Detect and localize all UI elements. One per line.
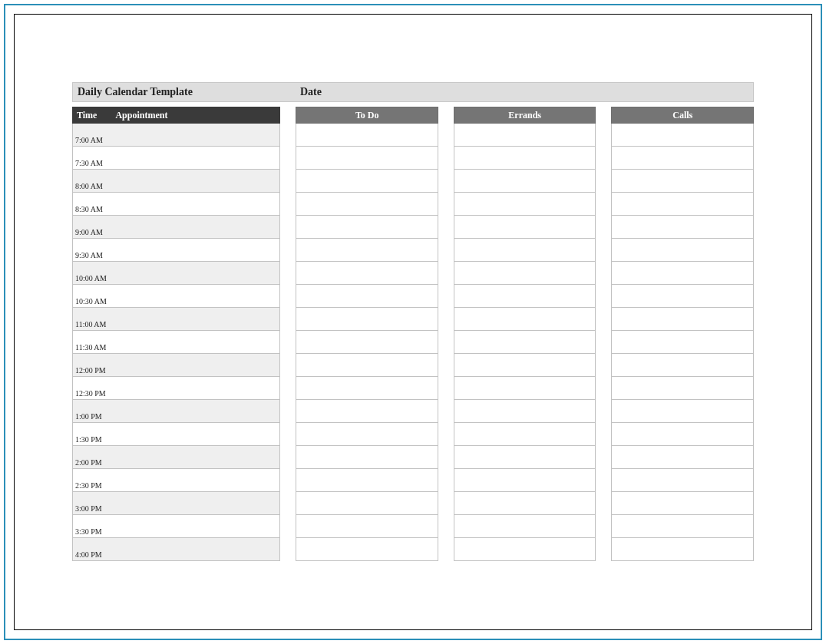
- list-item[interactable]: [296, 492, 438, 515]
- time-row[interactable]: 9:00 AM: [72, 216, 280, 239]
- list-item[interactable]: [611, 400, 754, 423]
- time-label: 12:30 PM: [75, 389, 106, 398]
- list-item[interactable]: [296, 308, 438, 331]
- list-item[interactable]: [296, 193, 438, 216]
- time-label: 2:30 PM: [75, 481, 102, 490]
- list-item[interactable]: [454, 515, 596, 538]
- time-row[interactable]: 1:00 PM: [72, 400, 280, 423]
- time-label: 8:00 AM: [75, 182, 103, 190]
- list-item[interactable]: [454, 193, 596, 216]
- list-item[interactable]: [454, 492, 596, 515]
- list-item[interactable]: [611, 423, 754, 446]
- time-row[interactable]: 4:00 PM: [72, 538, 280, 561]
- list-item[interactable]: [611, 492, 754, 515]
- list-item[interactable]: [296, 331, 438, 354]
- calls-header: Calls: [611, 107, 754, 124]
- list-item[interactable]: [454, 538, 596, 561]
- time-row[interactable]: 2:00 PM: [72, 446, 280, 469]
- list-item[interactable]: [454, 147, 596, 170]
- time-row[interactable]: 1:30 PM: [72, 423, 280, 446]
- time-row[interactable]: 10:00 AM: [72, 262, 280, 285]
- list-item[interactable]: [296, 446, 438, 469]
- list-item[interactable]: [611, 147, 754, 170]
- list-item[interactable]: [296, 124, 438, 147]
- list-item[interactable]: [611, 331, 754, 354]
- list-item[interactable]: [454, 423, 596, 446]
- time-row[interactable]: 2:30 PM: [72, 469, 280, 492]
- time-row[interactable]: 11:00 AM: [72, 308, 280, 331]
- calls-column: Calls: [611, 107, 754, 561]
- time-label: 12:00 PM: [75, 366, 106, 375]
- time-row[interactable]: 8:30 AM: [72, 193, 280, 216]
- list-item[interactable]: [611, 377, 754, 400]
- time-label: 9:00 AM: [75, 228, 103, 236]
- list-item[interactable]: [296, 377, 438, 400]
- todo-header: To Do: [296, 107, 438, 124]
- time-label: 7:00 AM: [75, 136, 103, 144]
- list-item[interactable]: [454, 239, 596, 262]
- time-row[interactable]: 10:30 AM: [72, 285, 280, 308]
- time-row[interactable]: 3:30 PM: [72, 515, 280, 538]
- list-item[interactable]: [611, 308, 754, 331]
- list-item[interactable]: [454, 331, 596, 354]
- list-item[interactable]: [611, 124, 754, 147]
- list-item[interactable]: [454, 469, 596, 492]
- list-item[interactable]: [296, 262, 438, 285]
- list-item[interactable]: [454, 400, 596, 423]
- list-item[interactable]: [454, 262, 596, 285]
- list-item[interactable]: [454, 124, 596, 147]
- list-item[interactable]: [611, 262, 754, 285]
- time-row[interactable]: 7:00 AM: [72, 124, 280, 147]
- time-label: 9:30 AM: [75, 251, 103, 259]
- list-item[interactable]: [296, 285, 438, 308]
- time-appointment-column: Time Appointment 7:00 AM7:30 AM8:00 AM8:…: [72, 107, 280, 561]
- list-item[interactable]: [296, 469, 438, 492]
- errands-header: Errands: [454, 107, 596, 124]
- list-item[interactable]: [454, 354, 596, 377]
- time-row[interactable]: 11:30 AM: [72, 331, 280, 354]
- list-item[interactable]: [611, 469, 754, 492]
- time-label: 1:00 PM: [75, 412, 102, 421]
- list-item[interactable]: [611, 515, 754, 538]
- time-row[interactable]: 12:00 PM: [72, 354, 280, 377]
- list-item[interactable]: [296, 423, 438, 446]
- calendar-template: Daily Calendar Template Date Time Appoin…: [72, 82, 754, 561]
- appointment-header-label: Appointment: [115, 110, 167, 121]
- list-item[interactable]: [611, 446, 754, 469]
- list-item[interactable]: [611, 170, 754, 193]
- time-label: 10:30 AM: [75, 297, 107, 305]
- calls-header-label: Calls: [672, 110, 692, 121]
- list-item[interactable]: [454, 377, 596, 400]
- time-label: 2:00 PM: [75, 458, 102, 467]
- list-item[interactable]: [611, 239, 754, 262]
- time-row[interactable]: 7:30 AM: [72, 147, 280, 170]
- time-row[interactable]: 3:00 PM: [72, 492, 280, 515]
- time-row[interactable]: 12:30 PM: [72, 377, 280, 400]
- template-title: Daily Calendar Template: [73, 86, 286, 98]
- list-item[interactable]: [454, 308, 596, 331]
- list-item[interactable]: [296, 515, 438, 538]
- list-item[interactable]: [454, 216, 596, 239]
- list-item[interactable]: [611, 538, 754, 561]
- list-item[interactable]: [296, 239, 438, 262]
- list-item[interactable]: [454, 446, 596, 469]
- list-item[interactable]: [611, 285, 754, 308]
- list-item[interactable]: [296, 354, 438, 377]
- time-label: 3:00 PM: [75, 504, 102, 513]
- time-label: 1:30 PM: [75, 435, 102, 444]
- list-item[interactable]: [611, 193, 754, 216]
- time-row[interactable]: 9:30 AM: [72, 239, 280, 262]
- list-item[interactable]: [611, 354, 754, 377]
- list-item[interactable]: [296, 147, 438, 170]
- list-item[interactable]: [296, 216, 438, 239]
- errands-column: Errands: [454, 107, 596, 561]
- list-item[interactable]: [296, 400, 438, 423]
- time-label: 8:30 AM: [75, 205, 103, 213]
- list-item[interactable]: [454, 285, 596, 308]
- list-item[interactable]: [296, 538, 438, 561]
- list-item[interactable]: [454, 170, 596, 193]
- time-row[interactable]: 8:00 AM: [72, 170, 280, 193]
- list-item[interactable]: [611, 216, 754, 239]
- list-item[interactable]: [296, 170, 438, 193]
- time-label: 4:00 PM: [75, 550, 102, 559]
